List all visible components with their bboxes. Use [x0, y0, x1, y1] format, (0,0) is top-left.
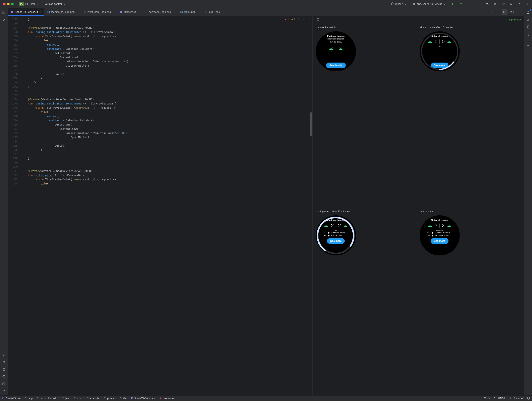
view-mode-split-button[interactable]	[502, 9, 507, 15]
watch-face[interactable]: Fictional League Back road Stadium Jun 2…	[316, 31, 356, 71]
resource-manager-button[interactable]	[1, 359, 7, 365]
code-with-me-button[interactable]	[484, 1, 490, 7]
running-devices-button[interactable]	[525, 31, 531, 37]
svg-point-31	[205, 12, 206, 12]
build-variants-button[interactable]	[1, 352, 7, 358]
problems-button[interactable]	[1, 374, 7, 379]
minimize-window-icon[interactable]	[7, 3, 10, 5]
debug-button[interactable]	[458, 1, 463, 7]
settings-button[interactable]	[516, 1, 522, 7]
tab-actions-button[interactable]	[516, 9, 522, 15]
ai-assistant-button[interactable]	[525, 43, 531, 49]
file-encoding[interactable]: UTF-8	[498, 397, 505, 400]
breadcrumb-segment[interactable]: src	[41, 397, 44, 400]
prev-highlight-button[interactable]: ︿	[303, 17, 305, 21]
breadcrumb-segment[interactable]: FootballScore	[6, 397, 20, 400]
line-gutter[interactable]: 1551561571581591601611621631641651661671…	[8, 16, 20, 395]
line-separator[interactable]: LF	[493, 397, 495, 400]
svg-rect-63	[528, 34, 529, 36]
sync-icon	[501, 2, 505, 6]
breadcrumb-icon	[25, 397, 27, 400]
events-list: 85'Garfield Bernard 70'Ambrose Norm	[420, 231, 460, 237]
preview-refresh-button[interactable]	[315, 17, 321, 22]
device-selector[interactable]: Wear 4	[389, 1, 409, 6]
ok-count[interactable]: ✓ 5	[297, 18, 301, 20]
gradle-button[interactable]	[525, 17, 531, 22]
match-minute: 80'	[335, 229, 337, 231]
toolbar-sync-button[interactable]	[500, 1, 506, 7]
away-score: 2	[442, 222, 444, 229]
editor-tab[interactable]: west_ham_logo.png ×	[81, 8, 117, 16]
breadcrumb-segment[interactable]: example	[90, 397, 99, 400]
breadcrumb-segment[interactable]: SportsTileService.kt	[134, 397, 156, 400]
tab-label: logo1.png	[209, 10, 220, 13]
breadcrumb-segment[interactable]: com	[77, 397, 82, 400]
git-branch-icon	[2, 389, 6, 393]
next-highlight-button[interactable]: ﹀	[308, 17, 310, 21]
breadcrumb-segment[interactable]: main	[52, 397, 57, 400]
view-mode-list-button[interactable]	[495, 9, 500, 15]
close-tab-icon[interactable]: ×	[40, 11, 41, 13]
inspection-widget[interactable]: ▲ 1 ▲ 4 ✓ 5 ︿ ﹀	[285, 17, 310, 21]
gear-icon	[518, 2, 521, 6]
device-manager-button[interactable]	[525, 24, 531, 30]
image-icon	[510, 10, 514, 14]
breadcrumb-segment[interactable]: java	[65, 397, 70, 400]
account-button[interactable]	[524, 1, 530, 7]
indent-settings[interactable]: 2 spaces*	[513, 397, 524, 400]
run-button[interactable]	[450, 1, 455, 7]
readonly-icon[interactable]	[508, 397, 511, 400]
error-count[interactable]: ▲ 1	[285, 18, 289, 20]
editor-tab[interactable]: Helpers.kt ×	[117, 8, 142, 16]
editor-tab[interactable]: logo2.png ×	[177, 8, 202, 16]
more-actions-button[interactable]	[466, 1, 471, 7]
editor-tab[interactable]: richmond_logo.png ×	[142, 8, 177, 16]
notifications-button[interactable]	[525, 10, 531, 15]
shield-icon[interactable]	[527, 397, 530, 400]
more-toolwindows-button[interactable]	[1, 24, 7, 30]
code-area[interactable]: } @Preview(device = WearDevices.SMALL_RO…	[20, 16, 312, 395]
breadcrumb-segment[interactable]: tile	[123, 397, 126, 400]
warning-count[interactable]: ▲ 4	[291, 18, 295, 20]
breadcrumb-segment[interactable]: pldemo	[107, 397, 115, 400]
view-mode-preview-button[interactable]	[509, 9, 515, 15]
overflow-tabs-button[interactable]	[491, 10, 493, 13]
see-details-button[interactable]: See details	[326, 62, 346, 68]
close-window-icon[interactable]	[3, 3, 6, 5]
breadcrumb-segment[interactable]: resources	[164, 397, 174, 400]
svg-point-60	[450, 226, 450, 226]
editor-tab[interactable]: logo1.png ×	[202, 8, 226, 16]
vcs-label: Version control	[44, 2, 62, 6]
search-everywhere-button[interactable]	[508, 1, 514, 7]
more-vert-icon	[518, 10, 521, 14]
terminal-button[interactable]	[1, 381, 7, 387]
svg-point-34	[511, 12, 512, 12]
editor-tab[interactable]: SportsTileService.kt ×	[8, 8, 44, 16]
code-editor[interactable]: ▲ 1 ▲ 4 ✓ 5 ︿ ﹀ 155156157158159160161162…	[8, 16, 312, 395]
toolbar-build-button[interactable]	[492, 1, 498, 7]
editor-region: SportsTileService.kt × themes_fc_logo.pn…	[8, 8, 524, 395]
file-icon	[83, 11, 86, 13]
run-config-selector[interactable]: app.SportsTileService	[411, 1, 447, 6]
vcs-widget[interactable]: Version control	[43, 2, 67, 6]
see-more-button[interactable]: See more	[431, 238, 449, 244]
caret-position[interactable]: 56:43	[484, 397, 490, 400]
breadcrumb-segment[interactable]: app	[29, 397, 32, 400]
preview-title: before the match	[317, 26, 336, 29]
svg-rect-28	[180, 11, 183, 13]
svg-point-57	[429, 226, 429, 226]
breadcrumbs[interactable]: FootballScore〉app〉src〉main〉java〉com〉exam…	[2, 397, 174, 400]
watch-face[interactable]: Fictional League 3 2 Full-time 85'Garfie…	[420, 215, 460, 255]
terminal-icon	[2, 382, 6, 386]
watch-face[interactable]: Fictional League 2 2 80' 70'Ambrose Norm	[316, 215, 356, 255]
editor-tab[interactable]: themes_fc_logo.png ×	[44, 8, 81, 16]
watch-face[interactable]: Fictional League 0 0 10' See more	[420, 31, 460, 71]
project-selector[interactable]: PL PLDemo	[17, 1, 41, 7]
scrollbar-thumb[interactable]	[310, 112, 312, 136]
logcat-button[interactable]	[1, 366, 7, 372]
vcs-button[interactable]	[1, 388, 7, 394]
preview-title: after match	[420, 210, 433, 213]
structure-toolwindow-button[interactable]	[1, 17, 7, 22]
maximize-window-icon[interactable]	[11, 3, 14, 5]
project-toolwindow-button[interactable]	[1, 10, 7, 15]
